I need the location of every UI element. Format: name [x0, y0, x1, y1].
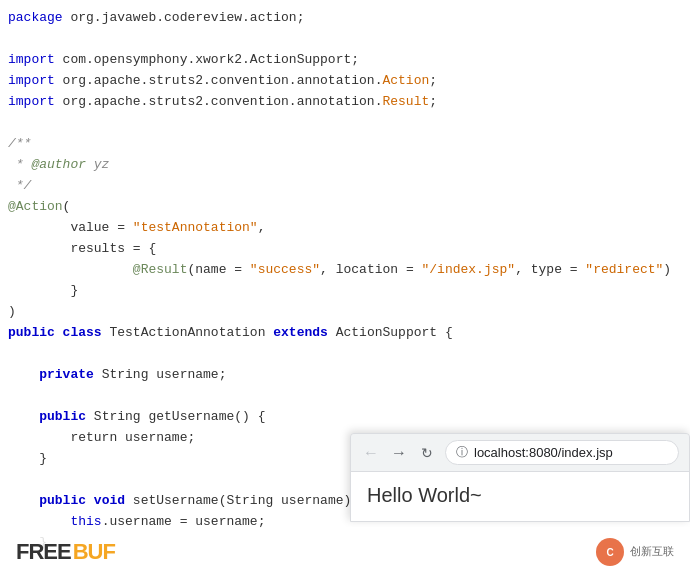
code-line-13: )	[0, 302, 690, 323]
code-line-1: package org.javaweb.codereview.action;	[0, 8, 690, 29]
page-content: Hello World~	[367, 484, 482, 506]
code-line-blank-3	[0, 344, 690, 365]
browser-window: ← → ↻ ⓘ localhost:8080/index.jsp Hello W…	[350, 433, 690, 522]
svg-text:C: C	[606, 547, 613, 558]
code-line-12: }	[0, 281, 690, 302]
code-line-blank-1	[0, 29, 690, 50]
url-text: localhost:8080/index.jsp	[474, 445, 668, 460]
chuangxin-icon: C	[596, 538, 624, 566]
refresh-button[interactable]: ↻	[417, 443, 437, 463]
code-line-6: * @author yz	[0, 155, 690, 176]
bottom-bar: FREEBUF C 创新互联	[0, 527, 690, 577]
info-icon: ⓘ	[456, 444, 468, 461]
right-logo: C 创新互联	[596, 538, 674, 566]
code-line-3: import org.apache.struts2.convention.ann…	[0, 71, 690, 92]
browser-content: Hello World~	[351, 471, 689, 521]
code-line-5: /**	[0, 134, 690, 155]
logo-text-free: FREE	[16, 539, 71, 565]
code-line-blank-2	[0, 113, 690, 134]
code-line-9: value = "testAnnotation",	[0, 218, 690, 239]
code-line-15: private String username;	[0, 365, 690, 386]
code-line-16: public String getUsername() {	[0, 407, 690, 428]
forward-button[interactable]: →	[389, 443, 409, 463]
code-line-11: @Result(name = "success", location = "/i…	[0, 260, 690, 281]
code-line-blank-4	[0, 386, 690, 407]
code-line-10: results = {	[0, 239, 690, 260]
code-line-2: import com.opensymphony.xwork2.ActionSup…	[0, 50, 690, 71]
code-line-7: */	[0, 176, 690, 197]
url-bar[interactable]: ⓘ localhost:8080/index.jsp	[445, 440, 679, 465]
code-line-4: import org.apache.struts2.convention.ann…	[0, 92, 690, 113]
browser-toolbar: ← → ↻ ⓘ localhost:8080/index.jsp	[351, 434, 689, 471]
chuangxin-label: 创新互联	[630, 545, 674, 558]
freebuf-logo: FREEBUF	[16, 539, 115, 565]
code-line-14: public class TestActionAnnotation extend…	[0, 323, 690, 344]
back-button[interactable]: ←	[361, 443, 381, 463]
logo-text-buf: BUF	[73, 539, 115, 565]
code-line-8: @Action(	[0, 197, 690, 218]
